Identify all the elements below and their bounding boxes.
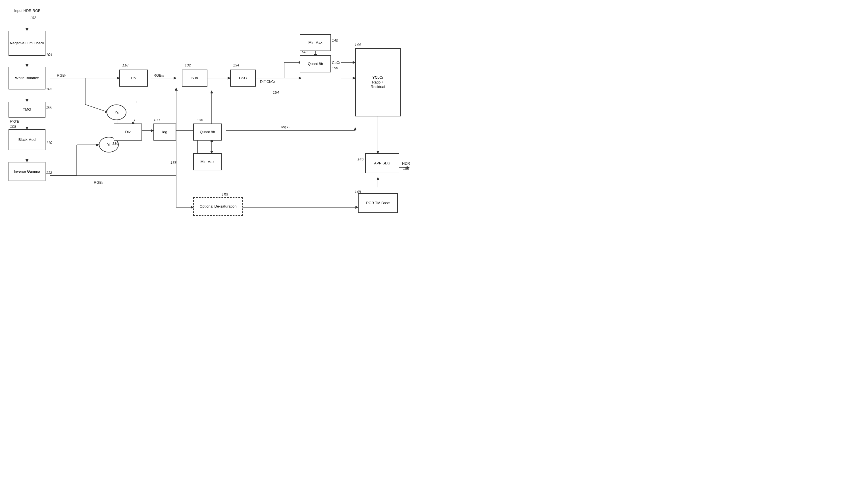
csc-num: 134 bbox=[233, 63, 239, 67]
black-mod-label: Black Mod bbox=[18, 138, 36, 142]
cbcr-num: 158 bbox=[332, 66, 338, 70]
min-max-top-num: 140 bbox=[332, 38, 338, 42]
app-seg-num: 146 bbox=[358, 157, 364, 161]
tmo-num: 106 bbox=[46, 105, 52, 109]
diff-cbcr-num: 154 bbox=[273, 90, 279, 94]
rgb-h-label: RGBₕ bbox=[57, 73, 66, 77]
wb-num: 105 bbox=[46, 87, 52, 91]
logyt-label: logYₜ bbox=[281, 125, 290, 129]
sub-num: 132 bbox=[185, 63, 191, 67]
rgb-tm-base-label: RGB TM Base bbox=[366, 201, 390, 205]
inverse-gamma-num: 112 bbox=[46, 170, 52, 175]
quant-bot-num: 136 bbox=[197, 118, 203, 122]
rgb-tm-base-block: RGB TM Base bbox=[358, 193, 398, 213]
yh-ellipse: Yₕ bbox=[107, 105, 126, 120]
input-hdr-label: Input HDR RGB bbox=[14, 8, 40, 13]
min-max-bot-block: Min Max bbox=[193, 153, 222, 170]
csc-block: CSC bbox=[230, 70, 256, 87]
quant-top-num: 142 bbox=[301, 50, 308, 54]
opt-desat-num: 150 bbox=[222, 193, 228, 197]
sub-block: Sub bbox=[182, 70, 207, 87]
quant-bot-block: Quant 8b bbox=[193, 124, 222, 141]
diagram: Input HDR RGB 102 Negative Lum Check 104… bbox=[0, 0, 424, 252]
log-label: log bbox=[162, 130, 167, 134]
yh-label: Yₕ bbox=[115, 110, 119, 114]
div-bot-label: Div bbox=[125, 130, 131, 134]
app-seg-label: APP SEG bbox=[374, 161, 391, 166]
tmo-label: TMO bbox=[23, 107, 31, 112]
div-bot-num: 116 bbox=[112, 141, 119, 146]
min-max-top-label: Min Max bbox=[308, 40, 322, 45]
min-max-bot-num: 138 bbox=[171, 160, 177, 165]
quant-bot-label: Quant 8b bbox=[200, 130, 215, 134]
rpgpbp-num: 108 bbox=[10, 124, 16, 129]
rgb-t-label: RGBₜ bbox=[94, 180, 103, 184]
app-seg-block: APP SEG bbox=[365, 153, 399, 173]
ycbcr-num: 144 bbox=[354, 42, 361, 47]
inverse-gamma-block: Inverse Gamma bbox=[8, 162, 46, 181]
min-max-bot-label: Min Max bbox=[200, 160, 214, 164]
white-balance-block: White Balance bbox=[8, 67, 46, 89]
diff-cbcr-label: Diff CbCr bbox=[260, 79, 275, 84]
inverse-gamma-label: Inverse Gamma bbox=[14, 169, 40, 174]
opt-desat-label: Optional De-saturation bbox=[200, 204, 237, 209]
min-max-top-block: Min Max bbox=[300, 34, 331, 51]
div-top-block: Div bbox=[119, 70, 148, 87]
rgb-tm-base-num: 148 bbox=[354, 190, 361, 194]
white-balance-label: White Balance bbox=[15, 76, 39, 80]
black-mod-num: 110 bbox=[46, 141, 52, 145]
hdr-num: 156 bbox=[403, 166, 409, 170]
neg-lum-num: 104 bbox=[46, 53, 52, 57]
ycbcr-block: YCbCr Ratio + Residual bbox=[355, 48, 401, 116]
quant-top-block: Quant 8b bbox=[300, 55, 331, 72]
rgb-ht-label: RGBₕₜ bbox=[153, 73, 164, 77]
div-top-label: Div bbox=[131, 76, 136, 80]
yt-label: Yₜ bbox=[107, 143, 111, 147]
neg-lum-label: Negative Lum Check bbox=[10, 41, 44, 46]
rpgpbp-label: R'G'B' bbox=[10, 119, 20, 124]
quant-top-label: Quant 8b bbox=[308, 61, 323, 67]
csc-label: CSC bbox=[239, 76, 247, 80]
input-num: 102 bbox=[30, 16, 36, 20]
black-mod-block: Black Mod bbox=[8, 129, 46, 150]
div-top-num: 118 bbox=[122, 63, 128, 67]
log-block: log bbox=[153, 124, 176, 141]
sub-label: Sub bbox=[191, 76, 198, 80]
ycbcr-label: YCbCr Ratio + Residual bbox=[371, 75, 385, 90]
neg-lum-check-block: Negative Lum Check bbox=[8, 31, 46, 56]
opt-desat-block: Optional De-saturation bbox=[193, 197, 243, 216]
tmo-block: TMO bbox=[8, 102, 46, 118]
hdr-label: HDR bbox=[402, 161, 410, 165]
cbcr-label: CbCr bbox=[332, 60, 341, 65]
r-label: r bbox=[136, 100, 138, 104]
div-bot-block: Div bbox=[114, 124, 142, 141]
log-num: 130 bbox=[153, 118, 160, 122]
svg-line-9 bbox=[85, 105, 108, 112]
